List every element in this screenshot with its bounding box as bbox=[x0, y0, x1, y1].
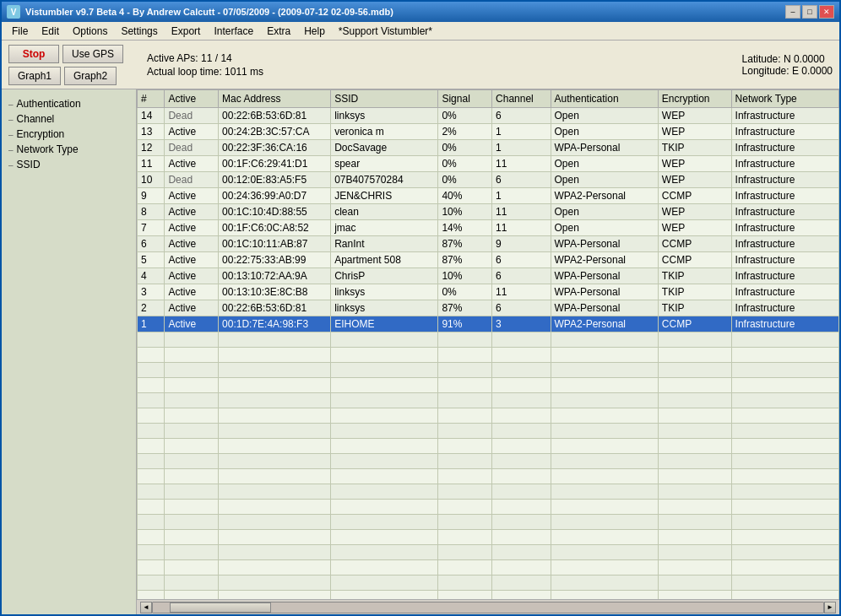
cell-channel: 6 bbox=[492, 300, 551, 316]
table-row-empty bbox=[138, 378, 839, 393]
empty-cell bbox=[138, 378, 165, 393]
empty-cell bbox=[551, 363, 658, 378]
cell-auth: WPA-Personal bbox=[551, 300, 658, 316]
table-row[interactable]: 13Active00:24:2B:3C:57:CAveronica m2%1Op… bbox=[138, 124, 839, 140]
table-row[interactable]: 1Active00:1D:7E:4A:98:F3EIHOME91%3WPA2-P… bbox=[138, 316, 839, 332]
empty-cell bbox=[551, 484, 658, 500]
empty-cell bbox=[165, 363, 219, 378]
menu-item-edit[interactable]: Edit bbox=[35, 24, 66, 39]
table-row[interactable]: 3Active00:13:10:3E:8C:B8linksys0%11WPA-P… bbox=[138, 284, 839, 300]
menu-item-interface[interactable]: Interface bbox=[207, 24, 260, 39]
empty-cell bbox=[438, 500, 492, 515]
sidebar-label: Encryption bbox=[17, 128, 65, 140]
empty-cell bbox=[219, 424, 331, 439]
use-gps-button[interactable]: Use GPS bbox=[62, 45, 123, 63]
table-row-empty bbox=[138, 591, 839, 600]
cell-ssid: linksys bbox=[331, 284, 438, 300]
empty-cell bbox=[551, 408, 658, 424]
table-row[interactable]: 6Active00:1C:10:11:AB:87RanInt87%9WPA-Pe… bbox=[138, 236, 839, 252]
empty-cell bbox=[492, 454, 551, 469]
menu-item-settings[interactable]: Settings bbox=[114, 24, 164, 39]
empty-cell bbox=[438, 560, 492, 575]
menu-item-extra[interactable]: Extra bbox=[260, 24, 297, 39]
col-header-num: # bbox=[138, 90, 165, 108]
sidebar-item-channel[interactable]: –Channel bbox=[5, 111, 133, 127]
sidebar-item-network-type[interactable]: –Network Type bbox=[5, 142, 133, 157]
cell-auth: WPA-Personal bbox=[551, 284, 658, 300]
empty-cell bbox=[492, 348, 551, 363]
table-row[interactable]: 10Dead00:12:0E:83:A5:F507B4075702840%6Op… bbox=[138, 172, 839, 188]
empty-cell bbox=[438, 484, 492, 500]
cell-signal: 87% bbox=[438, 300, 492, 316]
table-row[interactable]: 7Active00:1F:C6:0C:A8:52jmac14%11OpenWEP… bbox=[138, 220, 839, 236]
scroll-left-arrow[interactable]: ◄ bbox=[140, 602, 152, 613]
table-row[interactable]: 9Active00:24:36:99:A0:D7JEN&CHRIS40%1WPA… bbox=[138, 188, 839, 204]
empty-cell bbox=[219, 560, 331, 575]
window-title: Vistumbler v9.7 Beta 4 - By Andrew Calcu… bbox=[25, 7, 393, 17]
cell-nettype: Infrastructure bbox=[731, 140, 838, 156]
empty-cell bbox=[551, 591, 658, 600]
empty-cell bbox=[658, 545, 731, 560]
sidebar-item-encryption[interactable]: –Encryption bbox=[5, 127, 133, 142]
empty-cell bbox=[658, 408, 731, 424]
close-button[interactable]: ✕ bbox=[819, 5, 834, 19]
menu-item-options[interactable]: Options bbox=[66, 24, 114, 39]
empty-cell bbox=[658, 530, 731, 545]
cell-ssid: 07B407570284 bbox=[331, 172, 438, 188]
empty-cell bbox=[219, 575, 331, 591]
networks-table: # Active Mac Address SSID Signal Channel… bbox=[137, 89, 839, 599]
menu-item-file[interactable]: File bbox=[5, 24, 35, 39]
empty-cell bbox=[658, 469, 731, 484]
cell-nettype: Infrastructure bbox=[731, 188, 838, 204]
empty-cell bbox=[138, 530, 165, 545]
empty-cell bbox=[492, 408, 551, 424]
minimize-button[interactable]: – bbox=[785, 5, 800, 19]
horizontal-scrollbar[interactable]: ◄ ► bbox=[137, 599, 839, 614]
active-aps-label: Active APs: 11 / 14 bbox=[147, 52, 263, 64]
scroll-track[interactable] bbox=[152, 602, 824, 613]
menu-bar: FileEditOptionsSettingsExportInterfaceEx… bbox=[2, 22, 839, 41]
menu-item-export[interactable]: Export bbox=[165, 24, 208, 39]
empty-cell bbox=[138, 393, 165, 408]
table-row[interactable]: 11Active00:1F:C6:29:41:D1spear0%11OpenWE… bbox=[138, 156, 839, 172]
empty-cell bbox=[492, 424, 551, 439]
table-row[interactable]: 8Active00:1C:10:4D:88:55clean10%11OpenWE… bbox=[138, 204, 839, 220]
table-row[interactable]: 2Active00:22:6B:53:6D:81linksys87%6WPA-P… bbox=[138, 300, 839, 316]
empty-cell bbox=[138, 348, 165, 363]
graph1-button[interactable]: Graph1 bbox=[8, 67, 61, 85]
cell-auth: WPA2-Personal bbox=[551, 252, 658, 268]
col-header-auth: Authentication bbox=[551, 90, 658, 108]
scroll-right-arrow[interactable]: ► bbox=[824, 602, 836, 613]
cell-ssid: ChrisP bbox=[331, 268, 438, 284]
table-row[interactable]: 5Active00:22:75:33:AB:99Apartment 50887%… bbox=[138, 252, 839, 268]
cell-num: 12 bbox=[138, 140, 165, 156]
empty-cell bbox=[165, 484, 219, 500]
empty-cell bbox=[219, 500, 331, 515]
stop-button[interactable]: Stop bbox=[8, 45, 59, 63]
sidebar-item-authentication[interactable]: –Authentication bbox=[5, 96, 133, 111]
maximize-button[interactable]: □ bbox=[802, 5, 817, 19]
empty-cell bbox=[658, 439, 731, 454]
cell-nettype: Infrastructure bbox=[731, 220, 838, 236]
cell-nettype: Infrastructure bbox=[731, 108, 838, 124]
empty-cell bbox=[219, 530, 331, 545]
sidebar-item-ssid[interactable]: –SSID bbox=[5, 157, 133, 172]
table-row[interactable]: 12Dead00:22:3F:36:CA:16DocSavage0%1WPA-P… bbox=[138, 140, 839, 156]
empty-cell bbox=[658, 500, 731, 515]
table-row-empty bbox=[138, 424, 839, 439]
scroll-thumb[interactable] bbox=[170, 602, 271, 613]
empty-cell bbox=[438, 575, 492, 591]
cell-signal: 87% bbox=[438, 236, 492, 252]
scroll-container[interactable]: # Active Mac Address SSID Signal Channel… bbox=[137, 89, 839, 599]
table-row[interactable]: 14Dead00:22:6B:53:6D:81linksys0%6OpenWEP… bbox=[138, 108, 839, 124]
table-row-empty bbox=[138, 363, 839, 378]
menu-item-supportvistumbler[interactable]: *Support Vistumbler* bbox=[332, 24, 439, 39]
empty-cell bbox=[731, 332, 838, 348]
empty-cell bbox=[165, 469, 219, 484]
table-row[interactable]: 4Active00:13:10:72:AA:9AChrisP10%6WPA-Pe… bbox=[138, 268, 839, 284]
menu-item-help[interactable]: Help bbox=[297, 24, 332, 39]
graph2-button[interactable]: Graph2 bbox=[64, 67, 117, 85]
cell-active: Dead bbox=[165, 140, 219, 156]
cell-channel: 11 bbox=[492, 220, 551, 236]
empty-cell bbox=[438, 332, 492, 348]
